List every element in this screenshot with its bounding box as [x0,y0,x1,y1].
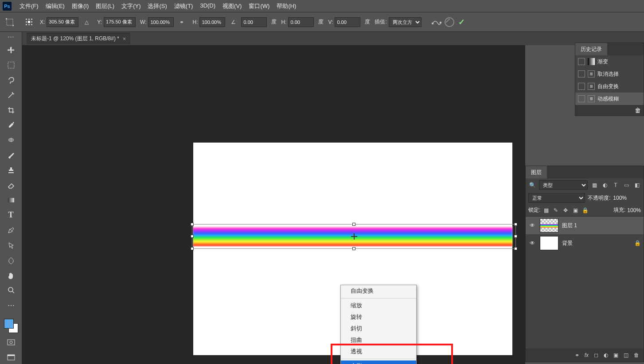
history-item[interactable]: ≡取消选择 [575,68,644,80]
hshear-input[interactable] [288,17,314,27]
crop-tool-icon[interactable] [3,104,19,117]
vshear-input[interactable] [335,17,360,27]
path-select-tool-icon[interactable] [3,239,19,252]
delta-icon[interactable]: △ [80,16,93,28]
context-menu-item[interactable]: 透视 [341,346,416,357]
transform-bounding-box[interactable] [192,224,516,249]
lock-position-icon[interactable]: ✥ [562,206,570,214]
eyedropper-tool-icon[interactable] [3,119,19,132]
menu-编辑e[interactable]: 编辑(E) [42,0,68,12]
opacity-value[interactable]: 100% [613,195,627,201]
context-menu-item[interactable]: 变形 [341,360,416,364]
delete-layer-icon[interactable]: 🗑 [634,352,639,358]
interp-select[interactable]: 两次立方 [389,17,422,27]
layer-row[interactable]: 👁图层 1 [526,217,644,234]
brush-tool-icon[interactable] [3,148,19,162]
handle-tl[interactable] [191,223,194,226]
new-layer-icon[interactable]: ◫ [624,352,628,358]
shape-tool-icon[interactable] [3,254,19,267]
menu-3dd[interactable]: 3D(D) [196,0,219,12]
w-input[interactable] [148,17,174,27]
menu-图层l[interactable]: 图层(L) [92,0,118,12]
filter-smart-icon[interactable]: ◧ [633,181,641,189]
lock-all-icon[interactable]: 🔒 [581,206,589,214]
handle-bl[interactable] [191,247,194,250]
layer-name[interactable]: 图层 1 [562,222,577,229]
h-input[interactable] [199,17,225,27]
reference-point-icon[interactable] [23,16,35,28]
more-tools-icon[interactable]: ⋯ [3,298,19,312]
lock-artboard-icon[interactable]: ▣ [571,206,579,214]
filter-text-icon[interactable]: T [612,181,620,189]
filter-adjust-icon[interactable]: ◐ [601,181,609,189]
layer-row[interactable]: 👁背景🔒 [526,234,644,252]
lock-transparency-icon[interactable]: ▩ [542,206,550,214]
layer-thumbnail[interactable] [540,236,558,250]
layer-thumbnail[interactable] [540,218,558,232]
color-swatches[interactable] [3,318,19,334]
blend-mode-select[interactable]: 正常 [528,193,585,203]
group-icon[interactable]: ▣ [613,352,618,358]
history-item[interactable]: ≡自由变换 [575,80,644,93]
layer-name[interactable]: 背景 [562,240,573,247]
visibility-icon[interactable]: 👁 [528,222,536,228]
magic-wand-tool-icon[interactable] [3,89,19,102]
context-menu-item[interactable]: 旋转 [341,311,416,323]
lock-pixels-icon[interactable]: ✎ [552,206,560,214]
context-menu-item[interactable]: 自由变换 [341,285,416,297]
zoom-tool-icon[interactable] [3,283,19,297]
filter-shape-icon[interactable]: ▭ [622,181,630,189]
gradient-tool-icon[interactable] [3,194,19,207]
context-menu-item[interactable]: 扭曲 [341,334,416,346]
menu-选择s[interactable]: 选择(S) [144,0,170,12]
menu-文字y[interactable]: 文字(Y) [118,0,144,12]
screenmode-icon[interactable] [3,351,19,364]
menu-窗口w[interactable]: 窗口(W) [245,0,273,12]
move-tool-icon[interactable] [3,43,19,57]
context-menu-item[interactable]: 斜切 [341,323,416,334]
transform-tool-icon[interactable] [4,16,16,28]
text-tool-icon[interactable]: T [3,209,19,222]
warp-mode-icon[interactable] [430,16,443,28]
menu-视图v[interactable]: 视图(V) [219,0,245,12]
handle-bm[interactable] [352,247,355,250]
hand-tool-icon[interactable] [3,269,19,282]
menu-帮助h[interactable]: 帮助(H) [273,0,300,12]
history-item[interactable]: ≡动感模糊 [575,93,644,105]
layer-filter-select[interactable]: 类型 [539,180,588,190]
document-tab[interactable]: 未标题-1 @ 120% (图层 1, RGB/8#) * × [27,33,130,44]
fx-icon[interactable]: fx [585,352,589,358]
handle-tm[interactable] [352,223,355,226]
fill-value[interactable]: 100% [627,207,641,213]
menu-图像i[interactable]: 图像(I) [68,0,92,12]
context-menu-item[interactable]: 缩放 [341,300,416,311]
layers-tab[interactable]: 图层 [526,166,547,178]
menu-文件f[interactable]: 文件(F) [16,0,42,12]
filter-image-icon[interactable]: ▦ [590,181,598,189]
stamp-tool-icon[interactable] [3,163,19,177]
mask-icon[interactable]: ◻ [594,352,598,358]
quickmask-icon[interactable] [3,336,19,349]
adjustment-icon[interactable]: ◐ [604,352,608,358]
angle-input[interactable] [241,17,267,27]
pen-tool-icon[interactable] [3,224,19,237]
commit-transform-icon[interactable]: ✓ [456,16,468,28]
x-input[interactable] [47,17,78,27]
reference-point-marker[interactable] [351,233,357,240]
handle-tr[interactable] [514,223,517,226]
handle-mr[interactable] [514,235,517,238]
handle-ml[interactable] [191,235,194,238]
visibility-icon[interactable]: 👁 [528,240,536,246]
eraser-tool-icon[interactable] [3,178,19,192]
marquee-tool-icon[interactable] [3,58,19,72]
lasso-tool-icon[interactable] [3,74,19,87]
menu-滤镜t[interactable]: 滤镜(T) [171,0,197,12]
foreground-swatch[interactable] [4,319,14,329]
history-tab[interactable]: 历史记录 [575,43,607,55]
y-input[interactable] [104,17,136,27]
history-item[interactable]: 渐变 [575,55,644,68]
link-wh-icon[interactable]: ⚭ [176,16,188,28]
close-tab-icon[interactable]: × [123,36,126,42]
cancel-transform-icon[interactable] [445,17,454,27]
link-layers-icon[interactable]: ⚭ [575,352,579,358]
